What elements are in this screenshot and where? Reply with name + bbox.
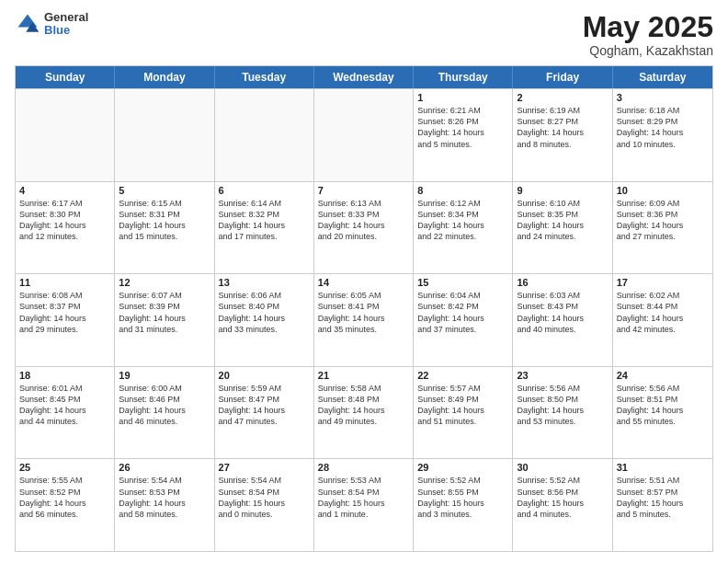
calendar-cell: 11Sunrise: 6:08 AM Sunset: 8:37 PM Dayli… (16, 274, 115, 366)
calendar-cell: 24Sunrise: 5:56 AM Sunset: 8:51 PM Dayli… (613, 367, 712, 459)
calendar-cell: 26Sunrise: 5:54 AM Sunset: 8:53 PM Dayli… (115, 459, 214, 551)
day-number: 21 (318, 370, 409, 381)
calendar-cell (215, 89, 314, 181)
logo: General Blue (15, 11, 88, 38)
day-number: 12 (119, 277, 210, 288)
day-detail: Sunrise: 6:12 AM Sunset: 8:34 PM Dayligh… (417, 198, 508, 243)
logo-text: General Blue (44, 11, 88, 38)
day-number: 6 (219, 185, 310, 196)
day-detail: Sunrise: 6:14 AM Sunset: 8:32 PM Dayligh… (219, 198, 310, 243)
day-detail: Sunrise: 6:10 AM Sunset: 8:35 PM Dayligh… (517, 198, 608, 243)
day-detail: Sunrise: 5:58 AM Sunset: 8:48 PM Dayligh… (318, 383, 409, 428)
day-detail: Sunrise: 6:13 AM Sunset: 8:33 PM Dayligh… (318, 198, 409, 243)
header-day-sunday: Sunday (16, 66, 115, 88)
calendar-cell: 31Sunrise: 5:51 AM Sunset: 8:57 PM Dayli… (613, 459, 712, 551)
calendar-cell: 10Sunrise: 6:09 AM Sunset: 8:36 PM Dayli… (613, 182, 712, 274)
day-number: 28 (318, 462, 409, 473)
day-number: 30 (517, 462, 608, 473)
calendar-cell: 9Sunrise: 6:10 AM Sunset: 8:35 PM Daylig… (513, 182, 612, 274)
day-number: 4 (19, 185, 110, 196)
day-number: 18 (19, 370, 110, 381)
header-day-monday: Monday (115, 66, 214, 88)
day-number: 13 (219, 277, 310, 288)
day-number: 27 (219, 462, 310, 473)
calendar-cell: 23Sunrise: 5:56 AM Sunset: 8:50 PM Dayli… (513, 367, 612, 459)
calendar-body: 1Sunrise: 6:21 AM Sunset: 8:26 PM Daylig… (16, 88, 712, 551)
header-day-friday: Friday (513, 66, 612, 88)
day-detail: Sunrise: 5:56 AM Sunset: 8:50 PM Dayligh… (517, 383, 608, 428)
day-number: 23 (517, 370, 608, 381)
calendar-cell: 7Sunrise: 6:13 AM Sunset: 8:33 PM Daylig… (314, 182, 414, 274)
day-detail: Sunrise: 6:08 AM Sunset: 8:37 PM Dayligh… (19, 290, 110, 335)
day-number: 15 (417, 277, 508, 288)
calendar-cell: 3Sunrise: 6:18 AM Sunset: 8:29 PM Daylig… (613, 89, 712, 181)
header: General Blue May 2025 Qogham, Kazakhstan (15, 11, 713, 58)
day-detail: Sunrise: 5:52 AM Sunset: 8:55 PM Dayligh… (417, 475, 508, 520)
day-detail: Sunrise: 6:06 AM Sunset: 8:40 PM Dayligh… (219, 290, 310, 335)
day-detail: Sunrise: 6:01 AM Sunset: 8:45 PM Dayligh… (19, 383, 110, 428)
calendar-cell: 19Sunrise: 6:00 AM Sunset: 8:46 PM Dayli… (115, 367, 214, 459)
calendar-header: SundayMondayTuesdayWednesdayThursdayFrid… (16, 66, 712, 88)
day-number: 11 (19, 277, 110, 288)
day-number: 20 (219, 370, 310, 381)
day-detail: Sunrise: 5:52 AM Sunset: 8:56 PM Dayligh… (517, 475, 608, 520)
calendar-row-2: 11Sunrise: 6:08 AM Sunset: 8:37 PM Dayli… (16, 273, 712, 366)
day-detail: Sunrise: 6:15 AM Sunset: 8:31 PM Dayligh… (119, 198, 210, 243)
calendar-cell: 14Sunrise: 6:05 AM Sunset: 8:41 PM Dayli… (314, 274, 414, 366)
calendar-cell: 20Sunrise: 5:59 AM Sunset: 8:47 PM Dayli… (215, 367, 314, 459)
day-number: 19 (119, 370, 210, 381)
day-detail: Sunrise: 6:00 AM Sunset: 8:46 PM Dayligh… (119, 383, 210, 428)
day-number: 25 (19, 462, 110, 473)
day-detail: Sunrise: 6:07 AM Sunset: 8:39 PM Dayligh… (119, 290, 210, 335)
day-number: 17 (617, 277, 709, 288)
title-location: Qogham, Kazakhstan (583, 43, 713, 58)
calendar-cell: 1Sunrise: 6:21 AM Sunset: 8:26 PM Daylig… (414, 89, 513, 181)
day-number: 7 (318, 185, 409, 196)
calendar-cell: 15Sunrise: 6:04 AM Sunset: 8:42 PM Dayli… (414, 274, 513, 366)
calendar-row-3: 18Sunrise: 6:01 AM Sunset: 8:45 PM Dayli… (16, 366, 712, 459)
day-number: 2 (517, 92, 608, 103)
day-detail: Sunrise: 5:54 AM Sunset: 8:54 PM Dayligh… (219, 475, 310, 520)
day-detail: Sunrise: 5:51 AM Sunset: 8:57 PM Dayligh… (617, 475, 709, 520)
day-number: 14 (318, 277, 409, 288)
day-detail: Sunrise: 5:56 AM Sunset: 8:51 PM Dayligh… (617, 383, 709, 428)
day-number: 5 (119, 185, 210, 196)
header-day-tuesday: Tuesday (215, 66, 314, 88)
day-detail: Sunrise: 6:19 AM Sunset: 8:27 PM Dayligh… (517, 105, 608, 150)
page: General Blue May 2025 Qogham, Kazakhstan… (0, 0, 728, 563)
day-detail: Sunrise: 5:55 AM Sunset: 8:52 PM Dayligh… (19, 475, 110, 520)
logo-icon (15, 11, 40, 37)
day-number: 10 (617, 185, 709, 196)
header-day-wednesday: Wednesday (314, 66, 414, 88)
calendar: SundayMondayTuesdayWednesdayThursdayFrid… (15, 65, 713, 552)
calendar-cell: 27Sunrise: 5:54 AM Sunset: 8:54 PM Dayli… (215, 459, 314, 551)
day-detail: Sunrise: 6:05 AM Sunset: 8:41 PM Dayligh… (318, 290, 409, 335)
day-number: 24 (617, 370, 709, 381)
calendar-cell: 29Sunrise: 5:52 AM Sunset: 8:55 PM Dayli… (414, 459, 513, 551)
calendar-cell: 6Sunrise: 6:14 AM Sunset: 8:32 PM Daylig… (215, 182, 314, 274)
day-number: 3 (617, 92, 709, 103)
calendar-cell: 12Sunrise: 6:07 AM Sunset: 8:39 PM Dayli… (115, 274, 214, 366)
header-day-saturday: Saturday (613, 66, 712, 88)
day-detail: Sunrise: 6:17 AM Sunset: 8:30 PM Dayligh… (19, 198, 110, 243)
calendar-cell: 30Sunrise: 5:52 AM Sunset: 8:56 PM Dayli… (513, 459, 612, 551)
day-detail: Sunrise: 6:09 AM Sunset: 8:36 PM Dayligh… (617, 198, 709, 243)
day-detail: Sunrise: 6:18 AM Sunset: 8:29 PM Dayligh… (617, 105, 709, 150)
day-detail: Sunrise: 6:02 AM Sunset: 8:44 PM Dayligh… (617, 290, 709, 335)
calendar-cell: 5Sunrise: 6:15 AM Sunset: 8:31 PM Daylig… (115, 182, 214, 274)
calendar-cell: 2Sunrise: 6:19 AM Sunset: 8:27 PM Daylig… (513, 89, 612, 181)
day-number: 1 (417, 92, 508, 103)
calendar-cell: 16Sunrise: 6:03 AM Sunset: 8:43 PM Dayli… (513, 274, 612, 366)
calendar-cell: 21Sunrise: 5:58 AM Sunset: 8:48 PM Dayli… (314, 367, 414, 459)
title-month: May 2025 (583, 11, 713, 43)
day-detail: Sunrise: 5:57 AM Sunset: 8:49 PM Dayligh… (417, 383, 508, 428)
calendar-row-1: 4Sunrise: 6:17 AM Sunset: 8:30 PM Daylig… (16, 181, 712, 274)
day-number: 8 (417, 185, 508, 196)
day-number: 9 (517, 185, 608, 196)
calendar-row-0: 1Sunrise: 6:21 AM Sunset: 8:26 PM Daylig… (16, 88, 712, 181)
calendar-cell (314, 89, 414, 181)
day-detail: Sunrise: 6:04 AM Sunset: 8:42 PM Dayligh… (417, 290, 508, 335)
calendar-cell: 28Sunrise: 5:53 AM Sunset: 8:54 PM Dayli… (314, 459, 414, 551)
calendar-cell: 8Sunrise: 6:12 AM Sunset: 8:34 PM Daylig… (414, 182, 513, 274)
calendar-cell: 17Sunrise: 6:02 AM Sunset: 8:44 PM Dayli… (613, 274, 712, 366)
